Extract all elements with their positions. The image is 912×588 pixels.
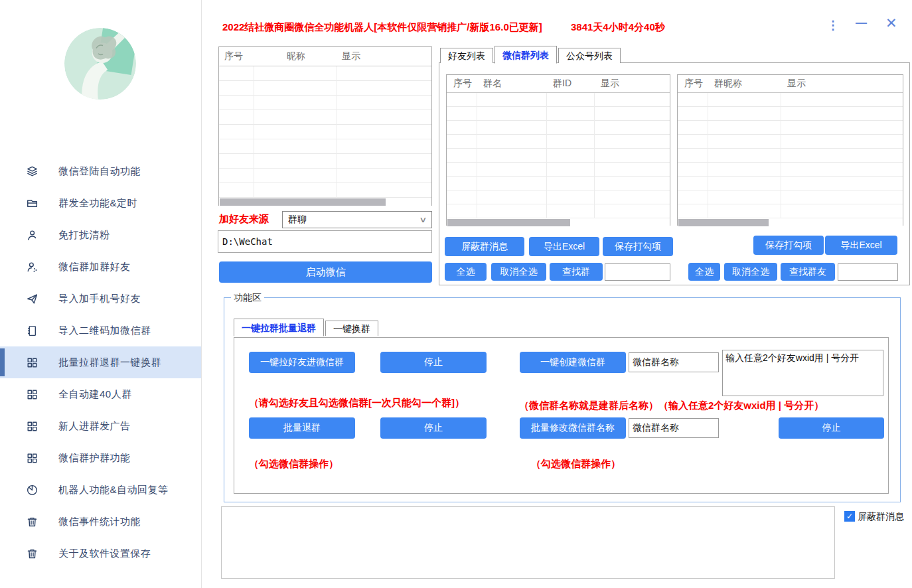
table-row[interactable] — [219, 125, 431, 139]
grid-icon — [25, 388, 38, 401]
table-row[interactable] — [678, 93, 903, 107]
avatar — [64, 28, 136, 100]
sidebar-item-2[interactable]: 免打扰清粉 — [0, 219, 201, 251]
stop-rename-button[interactable]: 停止 — [779, 417, 884, 439]
sidebar-item-8[interactable]: 新人进群发广告 — [0, 410, 201, 442]
table-row[interactable] — [678, 135, 903, 149]
table-row[interactable] — [219, 96, 431, 110]
sidebar-item-12[interactable]: 关于及软件设置保存 — [0, 538, 201, 569]
grid-icon — [25, 356, 38, 369]
tab-0[interactable]: 好友列表 — [440, 48, 493, 63]
rename-group-name-input[interactable] — [629, 418, 719, 438]
sidebar-item-1[interactable]: 群发全功能&定时 — [0, 187, 201, 219]
table-row[interactable] — [447, 204, 670, 218]
stop-quit-button[interactable]: 停止 — [380, 417, 487, 439]
trash-icon — [25, 547, 38, 560]
sidebar-item-9[interactable]: 微信群护群功能 — [0, 442, 201, 474]
column-header: 群ID — [553, 78, 571, 90]
tab-2[interactable]: 公众号列表 — [558, 48, 621, 63]
sidebar-item-0[interactable]: 微信登陆自动功能 — [0, 155, 201, 187]
export-excel-members-button[interactable]: 导出Excel — [825, 236, 897, 255]
table-row[interactable] — [678, 121, 903, 135]
sidebar-item-10[interactable]: 机器人功能&自动回复等 — [0, 474, 201, 506]
find-group-button[interactable]: 查找群 — [550, 263, 603, 281]
table-row[interactable] — [447, 107, 670, 121]
horizontal-scrollbar[interactable] — [447, 218, 670, 227]
sidebar-item-label: 微信事件统计功能 — [58, 516, 141, 528]
tab-1[interactable]: 微信群列表 — [494, 46, 557, 64]
table-row[interactable] — [219, 110, 431, 125]
horizontal-scrollbar[interactable] — [219, 198, 431, 206]
table-row[interactable] — [219, 183, 431, 198]
table-row[interactable] — [678, 177, 903, 190]
table-row[interactable] — [219, 66, 431, 81]
table-row[interactable] — [219, 139, 431, 154]
scrollbar-thumb[interactable] — [220, 198, 386, 206]
trash-icon — [25, 515, 38, 528]
sidebar-item-5[interactable]: 导入二维码加微信群 — [0, 315, 201, 346]
window-menu-icon[interactable]: ⋮ — [827, 18, 839, 33]
log-output[interactable] — [221, 506, 835, 579]
table-row[interactable] — [678, 149, 903, 163]
scrollbar-thumb[interactable] — [678, 219, 769, 226]
scrollbar-thumb[interactable] — [447, 219, 570, 226]
batch-rename-group-button[interactable]: 批量修改微信群名称 — [520, 417, 626, 439]
table-body — [219, 66, 431, 198]
column-header: 显示 — [342, 50, 360, 62]
table-body — [447, 93, 670, 218]
save-checked-button[interactable]: 保存打勾项 — [603, 237, 673, 256]
wechat-path-input[interactable] — [218, 230, 432, 253]
mute-group-button[interactable]: 屏蔽群消息 — [445, 237, 524, 256]
column-header: 群昵称 — [714, 78, 742, 90]
pull-friends-to-group-button[interactable]: 一键拉好友进微信群 — [249, 352, 355, 373]
find-member-button[interactable]: 查找群友 — [781, 263, 835, 281]
close-button[interactable]: ✕ — [885, 15, 897, 31]
sidebar-item-11[interactable]: 微信事件统计功能 — [0, 506, 201, 538]
table-row[interactable] — [447, 149, 670, 163]
column-divider — [254, 66, 254, 198]
sidebar-item-4[interactable]: 导入加手机号好友 — [0, 283, 201, 315]
table-row[interactable] — [678, 107, 903, 121]
friend-source-select[interactable]: 群聊 ∨ — [282, 211, 432, 228]
sidebar-item-3[interactable]: 微信群加群好友 — [0, 251, 201, 283]
table-row[interactable] — [219, 81, 431, 96]
members-table: 序号群昵称显示 — [677, 74, 903, 226]
deselect-all-groups-button[interactable]: 取消全选 — [491, 263, 546, 281]
deselect-all-members-button[interactable]: 取消全选 — [724, 263, 777, 281]
table-row[interactable] — [447, 93, 670, 107]
tab-1[interactable]: 一键换群 — [325, 321, 378, 336]
select-all-members-button[interactable]: 全选 — [688, 263, 720, 281]
wxid-textarea[interactable]: 输入任意2个好友wxid用 | 号分开 — [722, 350, 883, 396]
create-group-button[interactable]: 一键创建微信群 — [520, 352, 626, 373]
tab-0[interactable]: 一键拉群批量退群 — [234, 319, 324, 336]
table-row[interactable] — [447, 163, 670, 177]
function-area-legend: 功能区 — [231, 292, 264, 304]
table-row[interactable] — [447, 190, 670, 204]
folder-icon — [25, 196, 38, 210]
table-row[interactable] — [219, 154, 431, 169]
table-row[interactable] — [447, 177, 670, 190]
stop-pull-button[interactable]: 停止 — [380, 352, 487, 373]
start-wechat-button[interactable]: 启动微信 — [219, 261, 432, 283]
column-header: 显示 — [787, 78, 806, 90]
mute-group-checkbox[interactable]: ✓ — [844, 511, 855, 522]
table-row[interactable] — [447, 121, 670, 135]
find-group-input[interactable] — [605, 263, 670, 281]
sidebar-item-6[interactable]: 批量拉群退群一键换群 — [0, 346, 201, 378]
select-all-groups-button[interactable]: 全选 — [445, 263, 487, 281]
table-row[interactable] — [678, 163, 903, 177]
save-checked-members-button[interactable]: 保存打勾项 — [753, 236, 824, 255]
sidebar-item-7[interactable]: 全自动建40人群 — [0, 378, 201, 410]
table-row[interactable] — [678, 190, 903, 204]
table-row[interactable] — [678, 204, 903, 218]
find-member-input[interactable] — [838, 263, 898, 281]
table-row[interactable] — [447, 135, 670, 149]
new-group-name-input[interactable] — [629, 352, 719, 372]
note-select-friend-group: （请勾选好友且勾选微信群[一次只能勾一个群]） — [249, 397, 465, 409]
horizontal-scrollbar[interactable] — [678, 218, 903, 227]
batch-quit-group-button[interactable]: 批量退群 — [249, 417, 355, 439]
table-row[interactable] — [219, 169, 431, 183]
minimize-button[interactable]: — — [856, 17, 867, 30]
sidebar-item-label: 机器人功能&自动回复等 — [58, 484, 169, 496]
export-excel-button[interactable]: 导出Excel — [529, 237, 599, 256]
